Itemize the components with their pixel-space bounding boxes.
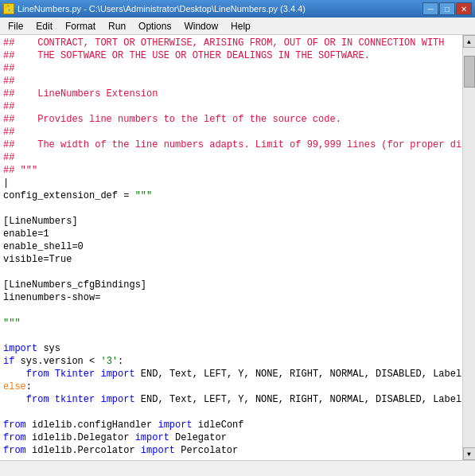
code-content: ## CONTRACT, TORT OR OTHERWISE, ARISING … [0,35,462,460]
window-controls[interactable]: ─ □ ✕ [422,2,472,15]
menu-format[interactable]: Format [59,18,102,34]
menu-run[interactable]: Run [102,18,132,34]
minimize-button[interactable]: ─ [422,2,438,15]
title-bar: 🐍 LineNumbers.py - C:\Users\Administrato… [0,0,475,18]
scroll-up-button[interactable]: ▲ [463,35,476,48]
scroll-track[interactable] [463,48,475,447]
menu-edit[interactable]: Edit [29,18,59,34]
window-title: LineNumbers.py - C:\Users\Administrator\… [18,4,306,14]
menu-file[interactable]: File [2,18,29,34]
code-area[interactable]: ## CONTRACT, TORT OR OTHERWISE, ARISING … [0,35,462,460]
scroll-down-button[interactable]: ▼ [463,447,476,460]
menu-options[interactable]: Options [132,18,177,34]
title-bar-text: 🐍 LineNumbers.py - C:\Users\Administrato… [3,3,306,14]
editor-container: ## CONTRACT, TORT OR OTHERWISE, ARISING … [0,35,475,460]
menu-bar: File Edit Format Run Options Window Help [0,18,475,35]
vertical-scrollbar[interactable]: ▲ ▼ [462,35,475,460]
scroll-thumb[interactable] [464,56,475,88]
menu-help[interactable]: Help [224,18,257,34]
maximize-button[interactable]: □ [439,2,455,15]
menu-window[interactable]: Window [177,18,224,34]
app-icon: 🐍 [3,3,14,14]
status-bar [0,460,475,476]
close-button[interactable]: ✕ [456,2,472,15]
